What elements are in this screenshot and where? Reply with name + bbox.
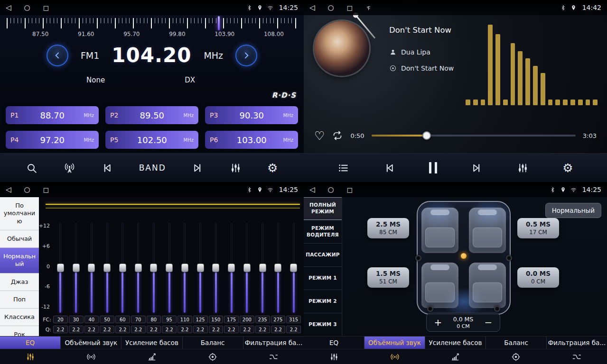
delay-rear-right-button[interactable]: 0.0 MS 0 CM — [517, 267, 559, 288]
repeat-button[interactable] — [332, 130, 343, 141]
eq-band-slider[interactable] — [286, 223, 301, 313]
eq-slider-knob[interactable] — [212, 264, 219, 272]
progress-knob[interactable] — [422, 131, 431, 140]
listening-position-dot[interactable] — [461, 253, 467, 259]
pause-button[interactable] — [429, 162, 437, 173]
previous-station-button[interactable] — [101, 162, 113, 174]
eq-preset-item[interactable]: Поп — [0, 291, 39, 309]
eq-slider-knob[interactable] — [135, 264, 142, 272]
eq-band-slider[interactable] — [193, 223, 208, 313]
eq-slider-knob[interactable] — [166, 264, 173, 272]
audio-tab[interactable]: Объёмный звук — [364, 337, 425, 349]
eq-slider-knob[interactable] — [290, 264, 297, 272]
home-button[interactable]: ○ — [328, 186, 334, 193]
eq-band-slider[interactable] — [84, 223, 99, 313]
field-mode-item[interactable]: ПОЛНЫЙ РЕЖИМ — [304, 197, 342, 220]
eq-slider-knob[interactable] — [228, 264, 235, 272]
increase-delay-button[interactable]: + — [432, 318, 444, 327]
audio-settings-button[interactable] — [230, 162, 242, 174]
field-mode-item[interactable]: РЕЖИМ 3 — [304, 313, 342, 337]
eq-slider-knob[interactable] — [57, 264, 64, 272]
back-button[interactable]: ◁ — [6, 4, 11, 11]
back-button[interactable]: ◁ — [309, 4, 315, 11]
audio-tab[interactable]: Фильтрация ба... — [243, 337, 304, 349]
home-button[interactable]: ○ — [24, 4, 30, 11]
tuner-pointer[interactable] — [218, 16, 220, 30]
progress-slider[interactable] — [372, 135, 576, 136]
audio-tab[interactable]: Усиление басов — [121, 337, 182, 349]
audio-tab[interactable]: EQ — [0, 337, 61, 349]
field-mode-item[interactable]: РЕЖИМ 2 — [304, 290, 342, 313]
band-button[interactable]: BAND — [139, 163, 166, 173]
eq-slider-knob[interactable] — [88, 264, 95, 272]
recents-button[interactable]: □ — [43, 5, 49, 11]
preset-button-p6[interactable]: P6 103.00 MHz — [205, 131, 298, 149]
home-button[interactable]: ○ — [328, 4, 334, 11]
eq-band-slider[interactable] — [100, 223, 114, 313]
bass-boost-tab-icon[interactable] — [121, 352, 182, 362]
preset-button-p3[interactable]: P3 90.30 MHz — [205, 106, 298, 124]
preset-button-p5[interactable]: P5 102.50 MHz — [105, 131, 198, 149]
tune-down-button[interactable] — [47, 45, 68, 66]
eq-slider-knob[interactable] — [274, 264, 281, 272]
eq-slider-knob[interactable] — [259, 264, 266, 272]
audio-tab[interactable]: Баланс — [183, 337, 243, 349]
eq-preset-item[interactable]: Нормальный — [0, 248, 39, 273]
eq-preset-item[interactable]: Обычай — [0, 230, 39, 248]
eq-slider-knob[interactable] — [119, 264, 126, 272]
eq-slider-knob[interactable] — [181, 264, 188, 272]
eq-preset-item[interactable]: Классика — [0, 309, 39, 326]
audio-tab[interactable]: Усиление басов — [425, 337, 486, 349]
recents-button[interactable]: □ — [347, 5, 353, 11]
recents-button[interactable]: □ — [347, 187, 353, 193]
previous-track-button[interactable] — [383, 162, 395, 174]
decrease-delay-button[interactable]: − — [483, 318, 494, 327]
eq-band-slider[interactable] — [53, 223, 68, 313]
eq-band-slider[interactable] — [115, 223, 130, 313]
next-track-button[interactable] — [471, 162, 483, 174]
home-button[interactable]: ○ — [24, 186, 30, 193]
eq-band-slider[interactable] — [209, 223, 224, 313]
eq-band-slider[interactable] — [162, 223, 177, 313]
field-mode-item[interactable]: РЕЖИМ ВОДИТЕЛЯ — [304, 220, 342, 244]
delay-front-right-button[interactable]: 0.5 MS 17 CM — [517, 218, 559, 238]
favorite-button[interactable]: ♡ — [314, 130, 325, 142]
audio-tab[interactable]: Объёмный звук — [61, 337, 121, 349]
playlist-button[interactable] — [337, 162, 349, 174]
eq-slider-knob[interactable] — [103, 264, 111, 272]
eq-preset-item[interactable]: Джаз — [0, 273, 39, 291]
audio-tab[interactable]: Баланс — [486, 337, 547, 349]
audio-tab[interactable]: Фильтрация ба... — [547, 337, 607, 349]
eq-band-slider[interactable] — [271, 223, 286, 313]
tune-up-button[interactable] — [235, 45, 257, 66]
delay-rear-left-button[interactable]: 1.5 MS 51 CM — [367, 267, 409, 288]
filter-tab-icon[interactable] — [243, 352, 304, 362]
sound-preset-button[interactable]: Нормальный — [545, 203, 601, 218]
delay-front-left-button[interactable]: 2.5 MS 85 CM — [367, 218, 409, 238]
eq-slider-knob[interactable] — [243, 264, 251, 272]
scan-button[interactable] — [26, 162, 37, 174]
settings-button[interactable]: ⚙ — [267, 162, 278, 174]
eq-slider-knob[interactable] — [73, 264, 80, 272]
settings-button[interactable]: ⚙ — [562, 162, 573, 174]
eq-preset-item[interactable]: Рок — [0, 326, 39, 337]
surround-tab-icon[interactable] — [364, 352, 425, 362]
eq-band-slider[interactable] — [224, 223, 239, 313]
balance-tab-icon[interactable] — [486, 352, 546, 362]
eq-band-slider[interactable] — [240, 223, 254, 313]
eq-band-slider[interactable] — [255, 223, 270, 313]
eq-preset-item[interactable]: По умолчанию — [0, 197, 39, 230]
field-mode-item[interactable]: РЕЖИМ 1 — [304, 267, 342, 290]
surround-tab-icon[interactable] — [61, 352, 121, 362]
eq-tab-icon[interactable] — [304, 352, 364, 362]
broadcast-button[interactable] — [64, 162, 75, 174]
eq-slider-knob[interactable] — [150, 264, 157, 272]
recents-button[interactable]: □ — [43, 187, 49, 193]
eq-band-slider[interactable] — [177, 223, 192, 313]
balance-tab-icon[interactable] — [182, 352, 243, 362]
field-mode-item[interactable]: ПАССАЖИР — [304, 244, 342, 267]
eq-slider-knob[interactable] — [197, 264, 204, 272]
next-station-button[interactable] — [192, 162, 204, 174]
preset-button-p2[interactable]: P2 89.50 MHz — [105, 106, 198, 124]
eq-band-slider[interactable] — [147, 223, 161, 313]
